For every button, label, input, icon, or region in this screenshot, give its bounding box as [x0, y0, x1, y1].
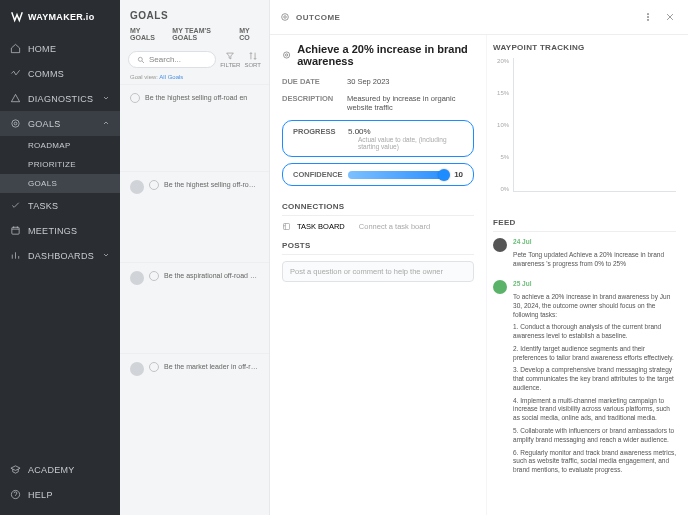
nav-roadmap[interactable]: ROADMAP: [0, 136, 120, 155]
nav-dashboards[interactable]: DASHBOARDS: [0, 243, 120, 268]
nav-bottom: ACADEMY HELP: [0, 457, 120, 515]
goal-title: Be the aspirational off-road vehi for fa…: [164, 271, 259, 280]
list-item[interactable]: Be the market leader in off-road: [120, 353, 269, 384]
outcome-title: Achieve a 20% increase in brand awarenes…: [297, 43, 474, 67]
meetings-icon: [10, 225, 21, 236]
nav-meetings[interactable]: MEETINGS: [0, 218, 120, 243]
nav-diagnostics[interactable]: DIAGNOSTICS: [0, 86, 120, 111]
avatar: [493, 280, 507, 294]
filter-button[interactable]: FILTER: [220, 51, 240, 68]
progress-hint: Actual value to date, (including startin…: [358, 136, 463, 150]
list-item[interactable]: Be the highest selling off-road en: [120, 84, 269, 111]
sort-label: SORT: [244, 62, 261, 68]
feed-text: 4. Implement a multi-channel marketing c…: [513, 397, 676, 423]
confidence-label: CONFIDENCE: [293, 170, 348, 179]
connect-taskboard-link[interactable]: Connect a task board: [359, 222, 430, 231]
confidence-slider[interactable]: [348, 171, 448, 179]
goal-title: Be the market leader in off-road: [164, 362, 259, 371]
avatar: [130, 180, 144, 194]
chevron-down-icon: [102, 94, 110, 104]
brand-logo[interactable]: WAYMAKER.io: [0, 0, 120, 36]
outcome-icon: [149, 180, 159, 190]
close-button[interactable]: [662, 8, 678, 26]
feed-text: 2. Identify target audience segments and…: [513, 345, 676, 363]
nav-help[interactable]: HELP: [0, 482, 120, 507]
svg-point-0: [12, 120, 19, 127]
tab-my-goals[interactable]: MY GOALS: [130, 27, 162, 41]
list-item[interactable]: Be the aspirational off-road vehi for fa…: [120, 262, 269, 293]
waypoint-chart: 20% 15% 10% 5% 0%: [493, 58, 676, 208]
svg-rect-12: [284, 224, 290, 230]
comms-icon: [10, 68, 21, 79]
progress-box[interactable]: PROGRESS 5.00% Actual value to date, (in…: [282, 120, 474, 157]
confidence-box[interactable]: CONFIDENCE 10: [282, 163, 474, 186]
taskboard-row: TASK BOARD Connect a task board: [282, 222, 474, 231]
goals-list-pane: GOALS MY GOALS MY TEAM'S GOALS MY CO Sea…: [120, 0, 270, 515]
post-input[interactable]: Post a question or comment to help the o…: [282, 261, 474, 282]
goal-list: Be the highest selling off-road en Be th…: [120, 84, 269, 515]
list-item[interactable]: Be the highest selling off-road el: [120, 171, 269, 202]
feed-date: 25 Jul: [513, 280, 531, 287]
avatar: [130, 271, 144, 285]
svg-point-9: [647, 19, 648, 20]
connections-heading: CONNECTIONS: [282, 202, 474, 216]
search-input[interactable]: Search...: [128, 51, 216, 68]
panel-side: WAYPOINT TRACKING 20% 15% 10% 5% 0% FEED…: [486, 35, 688, 515]
tab-company-goals[interactable]: MY CO: [239, 27, 259, 41]
detail-panel: OUTCOME Achieve a 20% increase in brand …: [270, 0, 688, 515]
tracking-heading: WAYPOINT TRACKING: [493, 43, 676, 52]
nav-comms[interactable]: COMMS: [0, 61, 120, 86]
tab-team-goals[interactable]: MY TEAM'S GOALS: [172, 27, 229, 41]
nav-home[interactable]: HOME: [0, 36, 120, 61]
nav-label: GOALS: [28, 119, 61, 129]
nav-goals[interactable]: GOALS: [0, 111, 120, 136]
confidence-value: 10: [454, 170, 463, 179]
dashboards-icon: [10, 250, 21, 261]
filter-label: FILTER: [220, 62, 240, 68]
goal-title: Be the highest selling off-road el: [164, 180, 259, 189]
search-row: Search... FILTER SORT: [120, 47, 269, 72]
nav: HOME COMMS DIAGNOSTICS GOALS ROADMAP PRI…: [0, 36, 120, 457]
plot-area: [513, 58, 676, 192]
feed-date: 24 Jul: [513, 238, 531, 245]
brand-text: WAYMAKER.io: [28, 12, 94, 22]
nav-label: MEETINGS: [28, 226, 77, 236]
more-button[interactable]: [640, 8, 656, 26]
nav-label: DIAGNOSTICS: [28, 94, 93, 104]
home-icon: [10, 43, 21, 54]
search-icon: [137, 56, 145, 64]
nav-prioritize[interactable]: PRIORITIZE: [0, 155, 120, 174]
outcome-icon: [149, 362, 159, 372]
nav-academy[interactable]: ACADEMY: [0, 457, 120, 482]
svg-point-6: [284, 16, 287, 19]
feed-text: 5. Collaborate with influencers or brand…: [513, 427, 676, 445]
feed-item: 25 Jul To achieve a 20% increase in bran…: [493, 280, 676, 479]
nav-label: ACADEMY: [28, 465, 75, 475]
goals-icon: [10, 118, 21, 129]
nav-label: COMMS: [28, 69, 64, 79]
academy-icon: [10, 464, 21, 475]
sidebar: WAYMAKER.io HOME COMMS DIAGNOSTICS GOALS…: [0, 0, 120, 515]
nav-goals-sub[interactable]: GOALS: [0, 174, 120, 193]
outcome-icon: [130, 93, 140, 103]
nav-label: DASHBOARDS: [28, 251, 94, 261]
goal-title: Be the highest selling off-road en: [145, 93, 259, 102]
diagnostics-icon: [10, 93, 21, 104]
svg-point-10: [284, 52, 290, 58]
crumb-link[interactable]: All Goals: [159, 74, 183, 80]
taskboard-icon: [282, 222, 291, 231]
nav-label: HOME: [28, 44, 56, 54]
sort-button[interactable]: SORT: [244, 51, 261, 68]
tasks-icon: [10, 200, 21, 211]
progress-value: 5.00%: [348, 127, 371, 136]
panel-header: OUTCOME: [270, 0, 688, 35]
feed-item: 24 Jul Pete Tong updated Achieve a 20% i…: [493, 238, 676, 272]
svg-point-11: [285, 54, 287, 56]
posts-heading: POSTS: [282, 241, 474, 255]
progress-label: PROGRESS: [293, 127, 348, 136]
svg-point-8: [647, 16, 648, 17]
due-label: DUE DATE: [282, 77, 347, 86]
nav-tasks[interactable]: TASKS: [0, 193, 120, 218]
svg-point-7: [647, 13, 648, 14]
avatar: [130, 362, 144, 376]
